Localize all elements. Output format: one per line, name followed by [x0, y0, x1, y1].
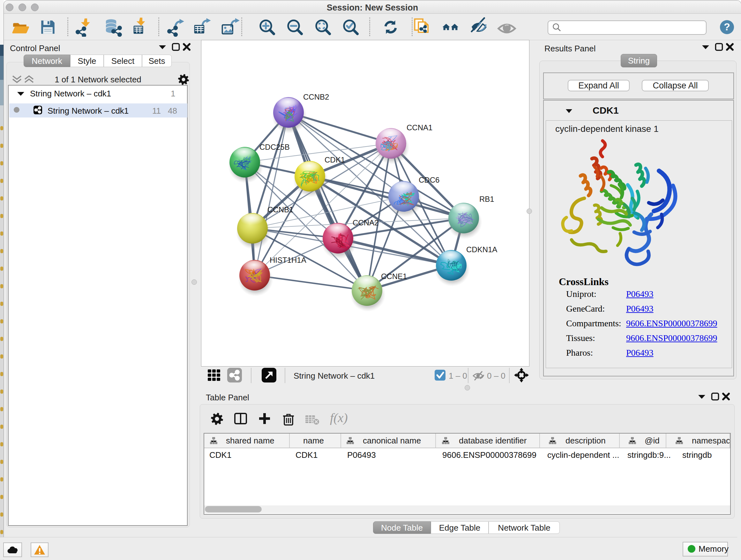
svg-text:CCNB2: CCNB2 [303, 92, 329, 101]
svg-text:CDC6: CDC6 [419, 176, 440, 184]
svg-text:CCNA1: CCNA1 [407, 123, 432, 132]
svg-text:CCNA2: CCNA2 [353, 219, 379, 227]
svg-text:CCNE1: CCNE1 [381, 272, 407, 281]
svg-text:CDKN1A: CDKN1A [466, 245, 497, 254]
svg-text:CCNB1: CCNB1 [267, 205, 293, 214]
svg-text:CDK1: CDK1 [325, 155, 345, 164]
svg-text:?: ? [724, 21, 730, 33]
svg-text:HIST1H1A: HIST1H1A [270, 256, 307, 264]
svg-text:CDC25B: CDC25B [259, 143, 290, 151]
svg-text:RB1: RB1 [479, 195, 494, 203]
